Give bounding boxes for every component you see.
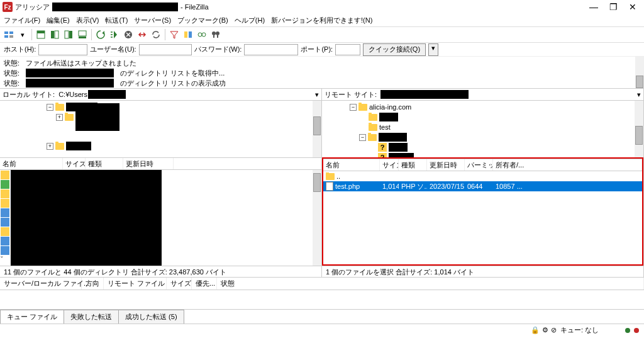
th-dir[interactable]: 方向 (82, 278, 104, 290)
close-button[interactable]: ✕ (629, 2, 636, 12)
expand-icon[interactable]: − (359, 134, 366, 141)
local-list-scrollbar[interactable] (313, 170, 321, 266)
sync-browse-button[interactable] (196, 28, 208, 41)
tree-node[interactable]: alicia-ing.com (369, 103, 411, 111)
activity-led-send (634, 328, 639, 333)
menu-view[interactable]: 表示(V) (76, 16, 99, 25)
process-queue-button[interactable] (108, 28, 121, 41)
transfer-panel: サーバー/ローカル ファイ... 方向 リモート ファイル サイズ 優先... … (0, 277, 644, 324)
folder-icon (358, 104, 367, 111)
remote-hdr-name[interactable]: 名前 (323, 159, 380, 171)
local-site-path[interactable]: C:¥Users (57, 90, 313, 99)
toggle-log-button[interactable] (35, 28, 47, 41)
quickconnect-dropdown[interactable]: ▾ (428, 43, 438, 56)
toggle-localtree-button[interactable] (48, 28, 61, 41)
menubar: ファイル(F) 編集(E) 表示(V) 転送(T) サーバー(S) ブックマーク… (0, 14, 644, 26)
menu-newversion[interactable]: 新バージョンを利用できます!(N) (271, 16, 372, 25)
log-line-2: のディレクトリ リストを取得中... (120, 69, 225, 78)
refresh-button[interactable] (94, 28, 107, 41)
local-hdr-type[interactable]: 種類 (86, 158, 123, 169)
filter-button[interactable] (168, 28, 180, 41)
remote-hdr-date[interactable]: 更新日時 (427, 159, 465, 171)
remote-file-list[interactable]: .. test.php 1,014 PHP ソ... 2023/07/15 ..… (323, 171, 642, 264)
user-label: ユーザー名(U): (90, 45, 136, 54)
maximize-button[interactable]: ❐ (609, 2, 618, 12)
remote-hdr-owner[interactable]: 所有者/... (493, 159, 642, 171)
expand-icon[interactable]: + (56, 114, 63, 121)
user-input[interactable] (139, 44, 192, 55)
menu-file[interactable]: ファイル(F) (4, 16, 40, 25)
log-scrollbar[interactable] (635, 57, 644, 88)
folder-icon (369, 114, 377, 121)
menu-help[interactable]: ヘルプ(H) (235, 16, 265, 25)
toggle-remotetree-button[interactable] (62, 28, 75, 41)
expand-icon[interactable]: + (47, 143, 53, 150)
remote-panel: リモート サイト: ▾ −alicia-ing.com test − ? ? 名… (322, 88, 644, 277)
local-hdr-size[interactable]: サイズ (63, 158, 86, 169)
remote-tree[interactable]: −alicia-ing.com test − ? ? (322, 101, 643, 157)
tab-queue[interactable]: キュー ファイル (0, 310, 64, 324)
log-label: 状態: (4, 59, 19, 68)
search-button[interactable] (209, 28, 222, 41)
local-tree[interactable]: − + + (0, 101, 321, 157)
tab-failed[interactable]: 失敗した転送 (64, 310, 119, 324)
local-file-list[interactable]: ˇ (0, 170, 321, 266)
download-icon (1, 180, 9, 189)
host-input[interactable] (38, 44, 87, 55)
local-tree-scrollbar[interactable] (313, 101, 321, 157)
remote-status: 1 個のファイルを選択 合計サイズ: 1,014 バイト (322, 266, 643, 277)
menu-server[interactable]: サーバー(S) (134, 16, 171, 25)
title-redacted (52, 3, 178, 11)
minimize-button[interactable]: — (589, 2, 598, 12)
reconnect-button[interactable] (150, 28, 162, 41)
port-input[interactable] (335, 44, 360, 55)
local-hdr-name[interactable]: 名前 (0, 158, 63, 169)
menu-transfer[interactable]: 転送(T) (105, 16, 128, 25)
folder-icon (1, 227, 9, 236)
sitemanager-button[interactable] (3, 28, 15, 41)
lock-icon[interactable]: 🔒 (531, 326, 540, 334)
queue-icon[interactable]: ⊘ (551, 326, 557, 334)
th-remote[interactable]: リモート ファイル (104, 278, 167, 290)
parent-dir-row[interactable]: .. (323, 171, 642, 181)
disconnect-button[interactable] (136, 28, 148, 41)
gear-icon[interactable]: ⚙ (542, 326, 548, 334)
menu-bookmarks[interactable]: ブックマーク(B) (177, 16, 228, 25)
local-panel: ローカル サイト: C:¥Users ▾ − + + 名前 サイズ 種類 更新日… (0, 88, 322, 277)
tree-node[interactable]: test (379, 123, 391, 131)
th-size[interactable]: サイズ (167, 278, 192, 290)
sitemanager-drop[interactable]: ▾ (16, 28, 29, 41)
pass-input[interactable] (244, 44, 298, 55)
remote-site-dropdown[interactable]: ▾ (635, 91, 643, 99)
remote-hdr-perm[interactable]: パーミッ... (465, 159, 493, 171)
transfer-body[interactable] (0, 290, 644, 309)
menu-edit[interactable]: 編集(E) (47, 16, 70, 25)
th-status[interactable]: 状態 (217, 278, 644, 290)
quickconnect-button[interactable]: クイック接続(Q) (363, 43, 426, 56)
th-server[interactable]: サーバー/ローカル ファイ... (0, 278, 82, 290)
toggle-queue-button[interactable] (76, 28, 89, 41)
chevron-down-icon[interactable]: ˇ (1, 256, 9, 264)
remote-hdr-size[interactable]: サイズ (380, 159, 399, 171)
expand-icon[interactable]: − (350, 104, 357, 111)
activity-led-recv (625, 328, 630, 333)
remote-tree-scrollbar[interactable] (635, 101, 643, 157)
folder-icon (1, 189, 9, 198)
folder-icon (1, 237, 9, 245)
cancel-button[interactable] (122, 28, 135, 41)
th-prio[interactable]: 優先... (192, 278, 217, 290)
expand-icon[interactable]: − (47, 104, 53, 111)
local-site-dropdown[interactable]: ▾ (313, 91, 321, 99)
tab-success[interactable]: 成功した転送 (5) (118, 310, 184, 324)
compare-button[interactable] (182, 28, 194, 41)
quickconnect-bar: ホスト(H): ユーザー名(U): パスワード(W): ポート(P): クイック… (0, 43, 644, 57)
local-hdr-date[interactable]: 更新日時 (123, 158, 174, 169)
transfer-header: サーバー/ローカル ファイ... 方向 リモート ファイル サイズ 優先... … (0, 278, 644, 290)
pass-label: パスワード(W): (194, 45, 242, 54)
file-row-selected[interactable]: test.php 1,014 PHP ソ... 2023/07/15 ... 0… (323, 181, 642, 191)
remote-hdr-type[interactable]: 種類 (399, 159, 427, 171)
local-status: 11 個のファイルと 44 個のディレクトリ 合計サイズ: 23,487,630… (0, 266, 321, 277)
svg-rect-11 (79, 37, 86, 38)
remote-site-path[interactable] (379, 90, 635, 99)
svg-rect-1 (9, 31, 13, 34)
